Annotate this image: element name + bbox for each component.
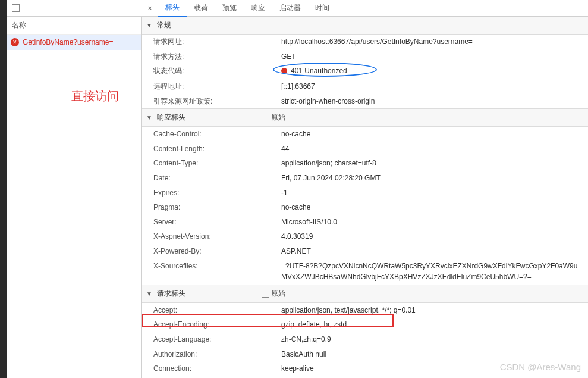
section-request-title: 请求标头 <box>157 289 185 299</box>
section-general-title: 常规 <box>157 20 171 30</box>
kv-value: gzip, deflate, br, zstd <box>281 319 583 330</box>
details-pane[interactable]: ▼ 常规 请求网址: http://localhost:63667/api/us… <box>142 17 588 378</box>
tab-response[interactable]: 响应 <box>244 0 272 17</box>
top-bar: × 标头 载荷 预览 响应 启动器 时间 <box>0 0 588 17</box>
kv-value: http://localhost:63667/api/users/GetInfo… <box>281 36 583 48</box>
checkbox-icon <box>262 290 269 298</box>
kv-accept-language: Accept-Language:zh-CN,zh;q=0.9 <box>142 332 588 347</box>
kv-accept-encoding: Accept-Encoding:gzip, deflate, br, zstd <box>142 317 588 332</box>
raw-label: 原始 <box>271 113 285 123</box>
request-item[interactable]: ✕ GetInfoByName?username= <box>0 35 141 50</box>
kv-label: 远程地址: <box>153 81 281 92</box>
request-list: 名称 ✕ GetInfoByName?username= 直接访问 <box>0 17 142 378</box>
kv-accept: Accept:application/json, text/javascript… <box>142 303 588 318</box>
kv-label: 引荐来源网址政策: <box>153 96 281 107</box>
kv-status-code: 状态代码: 401 Unauthorized <box>142 64 588 79</box>
kv-content-length: Content-Length:44 <box>142 142 588 157</box>
tab-preview[interactable]: 预览 <box>215 0 244 17</box>
raw-toggle[interactable]: 原始 <box>262 289 285 299</box>
kv-pragma: Pragma:no-cache <box>142 200 588 215</box>
kv-label: Authorization: <box>153 349 281 360</box>
kv-value: Fri, 07 Jun 2024 02:28:20 GMT <box>281 173 583 184</box>
error-icon: ✕ <box>11 38 19 46</box>
kv-request-method: 请求方法: GET <box>142 49 588 64</box>
triangle-down-icon: ▼ <box>146 114 152 121</box>
status-text: 401 Unauthorized <box>291 65 347 77</box>
kv-remote-address: 远程地址: [::1]:63667 <box>142 79 588 94</box>
kv-value: -1 <box>281 188 583 199</box>
close-icon[interactable]: × <box>142 4 158 13</box>
section-request-headers[interactable]: ▼ 请求标头 原始 <box>142 285 588 303</box>
kv-value: application/json; charset=utf-8 <box>281 158 583 169</box>
main-area: 名称 ✕ GetInfoByName?username= 直接访问 ▼ 常规 请… <box>0 17 588 378</box>
kv-value: 44 <box>281 143 583 155</box>
kv-label: Cache-Control: <box>153 129 281 140</box>
kv-label: Accept-Language: <box>153 334 281 345</box>
kv-value: application/json, text/javascript, */*; … <box>281 305 583 316</box>
kv-x-sourcefiles: X-Sourcefiles:=?UTF-8?B?QzpcVXNlcnNcQWRt… <box>142 259 588 285</box>
kv-referrer-policy: 引荐来源网址政策: strict-origin-when-cross-origi… <box>142 94 588 109</box>
kv-value: Microsoft-IIS/10.0 <box>281 217 583 228</box>
kv-label: Server: <box>153 217 281 228</box>
kv-label: Pragma: <box>153 202 281 213</box>
tab-timing[interactable]: 时间 <box>308 0 337 17</box>
kv-date: Date:Fri, 07 Jun 2024 02:28:20 GMT <box>142 171 588 186</box>
kv-label: X-Powered-By: <box>153 246 281 257</box>
editor-gutter <box>0 0 7 378</box>
kv-expires: Expires:-1 <box>142 186 588 201</box>
status-dot-icon <box>281 68 287 74</box>
kv-label: 状态代码: <box>153 65 281 77</box>
kv-value: ASP.NET <box>281 246 583 257</box>
section-general[interactable]: ▼ 常规 <box>142 17 588 35</box>
request-name: GetInfoByName?username= <box>23 38 113 46</box>
triangle-down-icon: ▼ <box>146 22 152 29</box>
tab-payload[interactable]: 载荷 <box>187 0 215 17</box>
kv-label: Content-Type: <box>153 158 281 169</box>
tab-headers[interactable]: 标头 <box>158 0 187 17</box>
kv-label: Expires: <box>153 188 281 199</box>
tab-initiator[interactable]: 启动器 <box>272 0 308 17</box>
section-response-headers[interactable]: ▼ 响应标头 原始 <box>142 108 588 127</box>
watermark: CSDN @Ares-Wang <box>500 362 581 372</box>
kv-cache-control: Cache-Control:no-cache <box>142 127 588 142</box>
kv-value: 401 Unauthorized <box>281 65 583 77</box>
kv-label: Accept-Encoding: <box>153 319 281 330</box>
kv-value: BasicAuth null <box>281 349 583 360</box>
kv-value: =?UTF-8?B?QzpcVXNlcnNcQWRtaW5pc3RyYXRvcl… <box>281 261 583 283</box>
kv-value: no-cache <box>281 129 583 140</box>
kv-value: [::1]:63667 <box>281 81 583 92</box>
kv-label: Date: <box>153 173 281 184</box>
filter-checkbox[interactable] <box>12 4 20 12</box>
kv-value: zh-CN,zh;q=0.9 <box>281 334 583 345</box>
kv-label: Connection: <box>153 363 281 374</box>
triangle-down-icon: ▼ <box>146 290 152 297</box>
kv-authorization: Authorization:BasicAuth null <box>142 347 588 362</box>
sidebar-column-header: 名称 <box>0 17 141 35</box>
kv-value: GET <box>281 51 583 63</box>
section-response-title: 响应标头 <box>157 113 185 123</box>
detail-tabs: × 标头 载荷 预览 响应 启动器 时间 <box>142 0 337 17</box>
checkbox-icon <box>262 114 269 121</box>
kv-label: 请求方法: <box>153 51 281 63</box>
kv-x-aspnet-version: X-Aspnet-Version:4.0.30319 <box>142 229 588 244</box>
kv-label: X-Sourcefiles: <box>153 261 281 283</box>
kv-value: 4.0.30319 <box>281 231 583 242</box>
user-annotation: 直接访问 <box>71 88 119 104</box>
kv-label: X-Aspnet-Version: <box>153 231 281 242</box>
kv-content-type: Content-Type:application/json; charset=u… <box>142 156 588 171</box>
kv-x-powered-by: X-Powered-By:ASP.NET <box>142 244 588 259</box>
raw-label: 原始 <box>271 289 285 299</box>
kv-label: Content-Length: <box>153 143 281 155</box>
kv-label: Accept: <box>153 305 281 316</box>
kv-request-url: 请求网址: http://localhost:63667/api/users/G… <box>142 35 588 49</box>
kv-value: no-cache <box>281 202 583 213</box>
sidebar-header-top <box>0 4 142 12</box>
raw-toggle[interactable]: 原始 <box>262 113 285 123</box>
kv-label: 请求网址: <box>153 36 281 48</box>
kv-value: strict-origin-when-cross-origin <box>281 96 583 107</box>
kv-server: Server:Microsoft-IIS/10.0 <box>142 215 588 230</box>
